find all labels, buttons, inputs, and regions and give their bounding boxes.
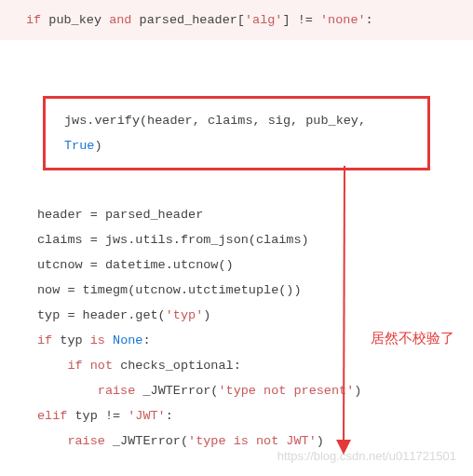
if-condition-line: if pub_key and parsed_header['alg'] != '… bbox=[0, 0, 473, 40]
t2: parsed_header[ bbox=[131, 13, 245, 27]
line-raise-not-present: raise _JWTError('type not present') bbox=[37, 378, 436, 403]
kw-and: and bbox=[109, 13, 131, 27]
t4: : bbox=[366, 13, 373, 27]
verify-true: True bbox=[64, 139, 94, 153]
kw-if: if bbox=[26, 13, 41, 27]
watermark-text: https://blog.csdn.net/u011721501 bbox=[277, 444, 456, 469]
line-utcnow: utcnow = datetime.utcnow() bbox=[37, 252, 436, 278]
line-header: header = parsed_header bbox=[37, 202, 436, 227]
t3: ] != bbox=[282, 13, 320, 27]
verify-call-box: jws.verify(header, claims, sig, pub_key,… bbox=[43, 96, 430, 170]
line-claims: claims = jws.utils.from_json(claims) bbox=[37, 227, 436, 252]
line-if-not-optional: if not checks_optional: bbox=[37, 353, 436, 378]
line-elif-jwt: elif typ != 'JWT': bbox=[37, 403, 436, 428]
str-alg: 'alg' bbox=[245, 13, 283, 27]
verify-prefix: jws.verify(header, claims, sig, pub_key, bbox=[64, 114, 366, 128]
annotation-text: 居然不校验了 bbox=[371, 324, 454, 352]
t1: pub_key bbox=[41, 13, 109, 27]
verify-suffix: ) bbox=[94, 139, 101, 153]
str-none: 'none' bbox=[320, 13, 366, 27]
line-now: now = timegm(utcnow.utctimetuple()) bbox=[37, 278, 436, 303]
